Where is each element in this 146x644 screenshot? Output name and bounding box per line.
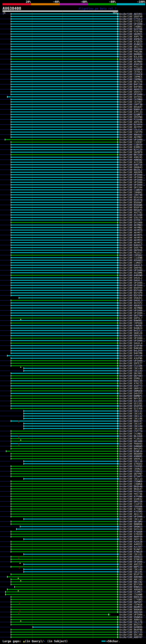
alignment-bar bbox=[11, 345, 118, 346]
alignment-bar bbox=[11, 604, 118, 605]
alignment-start-tick bbox=[11, 390, 11, 392]
alignment-bar bbox=[11, 614, 108, 615]
alignment-start-tick bbox=[11, 405, 11, 407]
alignment-bar bbox=[11, 21, 118, 22]
alignment-bar bbox=[11, 476, 118, 477]
alignment-start-tick bbox=[11, 46, 11, 48]
alignment-start-tick bbox=[11, 476, 11, 477]
alignment-bar bbox=[11, 431, 118, 432]
alignment-start-tick bbox=[11, 634, 11, 636]
alignment-bar bbox=[11, 282, 118, 283]
alignment-start-tick bbox=[11, 94, 11, 95]
alignment-start-tick bbox=[11, 448, 11, 450]
alignment-bar bbox=[11, 441, 118, 442]
alignment-start-tick bbox=[11, 458, 11, 460]
alignment-start-tick bbox=[11, 56, 11, 58]
alignment-bar bbox=[11, 247, 118, 248]
alignment-start-tick bbox=[11, 116, 11, 118]
alignment-start-tick bbox=[11, 332, 11, 334]
alignment-bar bbox=[11, 541, 118, 542]
alignment-start-tick bbox=[11, 541, 11, 542]
alignment-bar bbox=[11, 184, 118, 185]
alignment-bar bbox=[11, 230, 118, 230]
alignment-start-tick bbox=[11, 340, 11, 342]
alignment-bar bbox=[11, 388, 118, 389]
alignment-start-tick bbox=[11, 30, 11, 32]
alignment-start-tick bbox=[11, 104, 11, 105]
alignment-bar bbox=[19, 298, 118, 298]
alignment-start-tick bbox=[11, 556, 11, 558]
alignment-start-tick bbox=[23, 460, 24, 462]
alignment-start-tick bbox=[11, 114, 11, 115]
alignment-start-tick bbox=[11, 192, 11, 193]
legend-subject-label: (in Subject) bbox=[45, 640, 68, 643]
alignment-start-tick bbox=[11, 214, 11, 216]
alignment-bar bbox=[11, 167, 118, 168]
subject-gap-marker bbox=[18, 556, 19, 558]
alignment-bar bbox=[11, 154, 118, 155]
alignment-bar bbox=[11, 360, 118, 361]
alignment-start-tick bbox=[7, 96, 7, 98]
alignment-bar bbox=[11, 272, 118, 273]
alignment-bar bbox=[11, 172, 118, 173]
alignment-bar bbox=[11, 456, 118, 457]
alignment-start-tick bbox=[11, 234, 11, 236]
alignment-start-tick bbox=[11, 61, 11, 62]
alignment-bar bbox=[11, 41, 118, 42]
alignment-bar bbox=[11, 240, 118, 240]
alignment-bar bbox=[11, 177, 118, 178]
alignment-bar bbox=[11, 501, 118, 502]
alignment-start-tick bbox=[11, 176, 11, 178]
alignment-bar bbox=[11, 458, 118, 459]
alignment-plot-area: UniRef100_A8IVK1UniRef100_Q9XFV0UniRef10… bbox=[0, 0, 146, 644]
alignment-start-tick bbox=[11, 486, 11, 487]
alignment-bar bbox=[11, 69, 118, 70]
alignment-bar bbox=[11, 34, 118, 34]
alignment-start-tick bbox=[11, 182, 11, 183]
alignment-bar bbox=[24, 571, 118, 572]
alignment-start-tick bbox=[11, 531, 11, 532]
alignment-bar bbox=[24, 539, 118, 540]
subject-gap-marker bbox=[18, 436, 19, 438]
alignment-start-tick bbox=[11, 438, 11, 440]
alignment-start-tick bbox=[11, 608, 11, 610]
alignment-bar bbox=[11, 89, 118, 90]
alignment-bar bbox=[11, 504, 118, 504]
alignment-bar bbox=[5, 594, 118, 595]
alignment-bar bbox=[11, 132, 118, 132]
alignment-bar bbox=[16, 529, 118, 530]
alignment-start-tick bbox=[11, 453, 11, 454]
alignment-bar bbox=[11, 197, 118, 198]
alignment-start-tick bbox=[11, 277, 11, 279]
alignment-bar bbox=[11, 267, 118, 268]
alignment-start-tick bbox=[11, 483, 11, 485]
alignment-start-tick bbox=[11, 325, 11, 326]
alignment-start-tick bbox=[11, 136, 11, 138]
subject-gap-marker bbox=[19, 602, 20, 604]
alignment-start-tick bbox=[11, 372, 11, 374]
alignment-bar bbox=[11, 275, 118, 276]
query-gap-marker bbox=[20, 319, 21, 320]
alignment-bar bbox=[11, 315, 118, 316]
alignment-bar bbox=[11, 112, 118, 112]
alignment-bar bbox=[11, 224, 118, 226]
alignment-start-tick bbox=[11, 304, 11, 306]
alignment-bar bbox=[11, 36, 118, 37]
alignment-start-tick bbox=[11, 274, 11, 276]
alignment-start-tick bbox=[11, 86, 11, 88]
alignment-bar bbox=[11, 28, 118, 30]
alignment-start-tick bbox=[11, 232, 11, 234]
alignment-start-tick bbox=[11, 362, 11, 364]
alignment-bar bbox=[11, 157, 118, 158]
alignment-bar bbox=[11, 210, 118, 210]
alignment-bar bbox=[11, 443, 118, 444]
alignment-start-tick bbox=[11, 584, 11, 585]
alignment-start-tick bbox=[23, 367, 24, 369]
alignment-bar bbox=[11, 629, 118, 630]
alignment-bar bbox=[11, 375, 118, 376]
alignment-start-tick bbox=[11, 118, 11, 120]
alignment-bar bbox=[11, 182, 118, 183]
alignment-start-tick bbox=[23, 415, 24, 417]
subject-gap-marker bbox=[19, 566, 20, 568]
alignment-start-tick bbox=[23, 568, 24, 570]
